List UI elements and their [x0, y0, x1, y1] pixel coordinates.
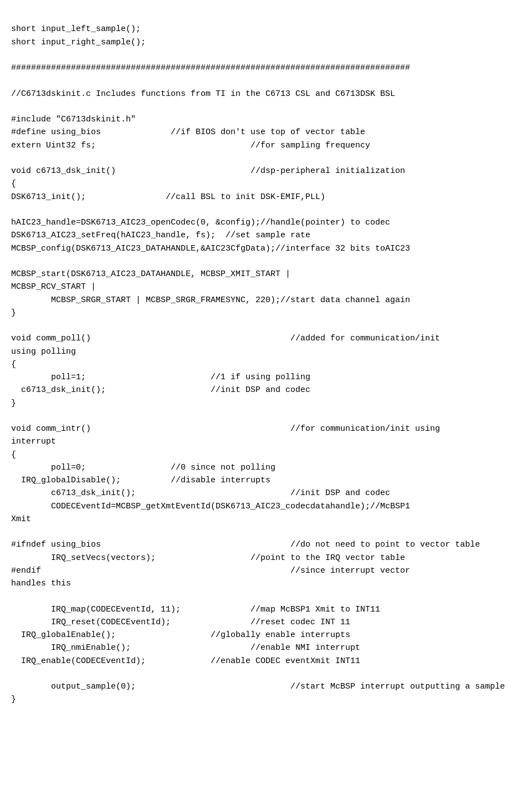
- code-line: [11, 152, 521, 165]
- code-line: {: [11, 358, 521, 371]
- code-line: [11, 49, 521, 62]
- code-line: [11, 526, 521, 538]
- code-line: IRQ_nmiEnable(); //enable NMI interrupt: [11, 641, 521, 654]
- code-line: MCBSP_config(DSK6713_AIC23_DATAHANDLE,&A…: [11, 242, 521, 255]
- code-line: {: [11, 177, 521, 190]
- code-line: {: [11, 449, 521, 461]
- code-content: short input_left_sample();short input_ri…: [11, 10, 521, 706]
- code-line: [11, 590, 521, 603]
- code-line: poll=0; //0 since not polling: [11, 461, 521, 474]
- code-line: [11, 203, 521, 216]
- code-line: #define using_bios //if BIOS don't use t…: [11, 126, 521, 139]
- code-line: IRQ_globalEnable(); //globally enable in…: [11, 629, 521, 641]
- code-line: MCBSP_SRGR_START | MCBSP_SRGR_FRAMESYNC,…: [11, 294, 521, 307]
- code-line: #endif //since interrupt vector: [11, 564, 521, 577]
- code-line: short input_left_sample();: [11, 23, 521, 35]
- code-line: [11, 100, 521, 113]
- code-line: IRQ_map(CODECEventId, 11); //map McBSP1 …: [11, 603, 521, 616]
- code-line: }: [11, 307, 521, 319]
- code-line: ########################################…: [11, 62, 521, 74]
- code-line: void comm_poll() //added for communicati…: [11, 332, 521, 345]
- code-line: extern Uint32 fs; //for sampling frequen…: [11, 139, 521, 152]
- code-line: #include "C6713dskinit.h": [11, 113, 521, 126]
- code-line: [11, 668, 521, 680]
- code-line: short input_right_sample();: [11, 36, 521, 49]
- code-line: [11, 255, 521, 268]
- code-line: void comm_intr() //for communication/ini…: [11, 422, 521, 435]
- code-line: Xmit: [11, 513, 521, 526]
- code-line: handles this: [11, 577, 521, 590]
- code-line: IRQ_reset(CODECEventId); //reset codec I…: [11, 616, 521, 629]
- code-line: c6713_dsk_init(); //init DSP and codec: [11, 384, 521, 396]
- code-line: poll=1; //1 if using polling: [11, 371, 521, 384]
- code-line: #ifndef using_bios //do not need to poin…: [11, 538, 521, 551]
- code-line: //C6713dskinit.c Includes functions from…: [11, 88, 521, 100]
- code-line: interrupt: [11, 435, 521, 448]
- code-line: IRQ_enable(CODECEventId); //enable CODEC…: [11, 655, 521, 668]
- code-line: IRQ_setVecs(vectors); //point to the IRQ…: [11, 552, 521, 564]
- code-line: c6713_dsk_init(); //init DSP and codec: [11, 487, 521, 500]
- code-line: }: [11, 397, 521, 410]
- code-line: }: [11, 693, 521, 706]
- code-line: hAIC23_handle=DSK6713_AIC23_openCodec(0,…: [11, 216, 521, 229]
- code-line: DSK6713_AIC23_setFreq(hAIC23_handle, fs)…: [11, 229, 521, 242]
- code-line: [11, 410, 521, 422]
- code-line: CODECEventId=MCBSP_getXmtEventId(DSK6713…: [11, 500, 521, 513]
- code-line: void c6713_dsk_init() //dsp-peripheral i…: [11, 165, 521, 177]
- code-line: IRQ_globalDisable(); //disable interrupt…: [11, 474, 521, 487]
- code-line: using polling: [11, 345, 521, 358]
- code-line: output_sample(0); //start McBSP interrup…: [11, 680, 521, 693]
- code-line: DSK6713_init(); //call BSL to init DSK-E…: [11, 191, 521, 203]
- code-line: [11, 74, 521, 87]
- code-line: MCBSP_start(DSK6713_AIC23_DATAHANDLE, MC…: [11, 268, 521, 281]
- code-line: [11, 319, 521, 332]
- code-line: MCBSP_RCV_START |: [11, 281, 521, 293]
